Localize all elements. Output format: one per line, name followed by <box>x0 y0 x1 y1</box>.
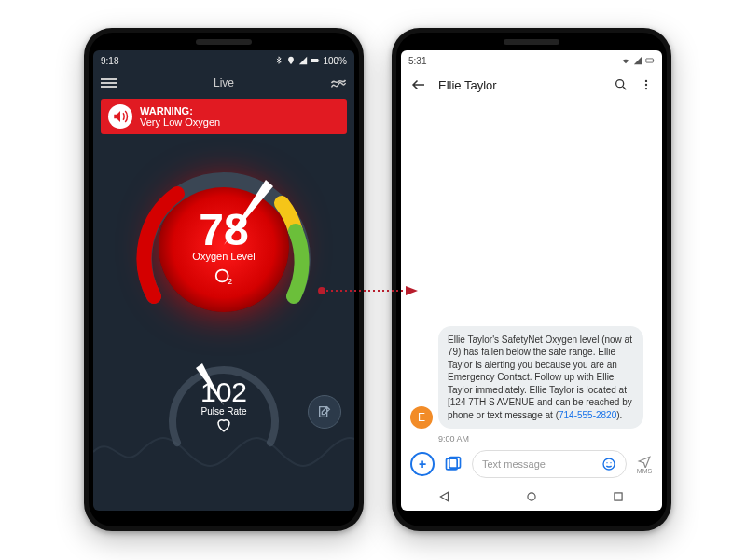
clock: 9:18 <box>101 56 118 66</box>
signal-icon <box>298 56 308 65</box>
battery-icon <box>311 56 320 65</box>
message-timestamp: 9:00 AM <box>438 434 653 444</box>
status-icons: 100% <box>274 56 347 66</box>
svg-rect-18 <box>615 493 622 500</box>
send-sublabel: MMS <box>637 468 652 474</box>
svg-rect-0 <box>311 59 319 62</box>
search-icon[interactable] <box>614 77 629 92</box>
warning-title: WARNING: <box>140 105 220 116</box>
clock: 5:31 <box>408 56 426 66</box>
svg-point-8 <box>616 80 624 88</box>
nav-back-icon[interactable] <box>438 490 451 503</box>
battery-icon <box>645 56 655 65</box>
svg-point-9 <box>645 80 647 82</box>
waveform-icon <box>93 429 354 475</box>
gauge-arc <box>126 147 322 343</box>
speaker-slot <box>504 39 560 45</box>
back-arrow-icon[interactable] <box>410 76 427 93</box>
more-icon[interactable] <box>640 77 653 92</box>
send-button[interactable]: MMS <box>636 455 653 474</box>
conversation-body: E Ellie Taylor's SafetyNet Oxygen level … <box>401 99 662 445</box>
bluetooth-icon <box>274 56 283 65</box>
contact-name[interactable]: Ellie Taylor <box>438 78 602 92</box>
message-input[interactable]: Text message <box>472 450 627 478</box>
composer: + Text message MMS <box>401 445 662 483</box>
svg-point-10 <box>645 84 647 86</box>
speaker-alert-icon <box>108 104 132 129</box>
status-bar: 9:18 100% <box>93 50 354 71</box>
menu-icon[interactable] <box>101 75 117 91</box>
chart-icon[interactable] <box>330 75 347 91</box>
stage: 9:18 100% Live <box>0 0 746 560</box>
health-app: 9:18 100% Live <box>93 50 354 511</box>
note-button[interactable] <box>308 395 341 429</box>
nav-recent-icon[interactable] <box>612 490 625 503</box>
avatar[interactable]: E <box>410 406 433 429</box>
wifi-icon <box>621 56 630 65</box>
input-placeholder: Text message <box>482 458 594 470</box>
svg-point-19 <box>318 287 325 294</box>
oxygen-gauge: 78 Oxygen Level 2 <box>93 140 354 354</box>
warning-message: Very Low Oxygen <box>140 116 220 128</box>
svg-point-16 <box>610 462 611 463</box>
svg-point-17 <box>528 493 535 500</box>
page-title: Live <box>117 76 330 89</box>
conversation-header: Ellie Taylor <box>401 71 662 99</box>
phone-right: 5:31 Ellie Taylor E <box>392 28 671 531</box>
phone-link[interactable]: 714-555-2820 <box>559 410 616 420</box>
app-header: Live <box>93 71 354 95</box>
status-bar: 5:31 <box>401 50 662 71</box>
gallery-icon[interactable] <box>444 455 463 473</box>
warning-text: WARNING: Very Low Oxygen <box>140 105 220 128</box>
emoji-icon[interactable] <box>601 457 616 471</box>
screen-left: 9:18 100% Live <box>93 50 354 511</box>
svg-point-15 <box>606 462 607 463</box>
messages-app: 5:31 Ellie Taylor E <box>401 50 662 511</box>
battery-percent: 100% <box>323 56 347 66</box>
pulse-section: 102 Pulse Rate <box>93 354 354 485</box>
screen-right: 5:31 Ellie Taylor E <box>401 50 662 511</box>
warning-banner[interactable]: WARNING: Very Low Oxygen <box>101 99 347 134</box>
phone-left: 9:18 100% Live <box>84 28 364 531</box>
svg-point-11 <box>645 88 647 89</box>
location-icon <box>286 56 296 65</box>
speaker-slot <box>196 39 252 45</box>
svg-marker-21 <box>406 286 418 295</box>
message-text-pre: Ellie Taylor's SafetyNet Oxygen level (n… <box>448 335 632 420</box>
message-row: E Ellie Taylor's SafetyNet Oxygen level … <box>410 326 653 430</box>
add-button[interactable]: + <box>410 452 435 476</box>
svg-rect-6 <box>646 59 654 62</box>
send-icon <box>636 455 653 468</box>
message-bubble[interactable]: Ellie Taylor's SafetyNet Oxygen level (n… <box>438 326 643 430</box>
message-text-post: ). <box>616 410 622 420</box>
svg-rect-1 <box>319 60 320 61</box>
nav-home-icon[interactable] <box>525 490 538 503</box>
svg-point-14 <box>603 458 615 470</box>
connector-arrow-icon <box>317 284 420 297</box>
signal-icon <box>633 56 642 65</box>
svg-rect-7 <box>653 60 654 61</box>
status-icons <box>621 56 655 65</box>
android-navbar <box>401 483 662 511</box>
